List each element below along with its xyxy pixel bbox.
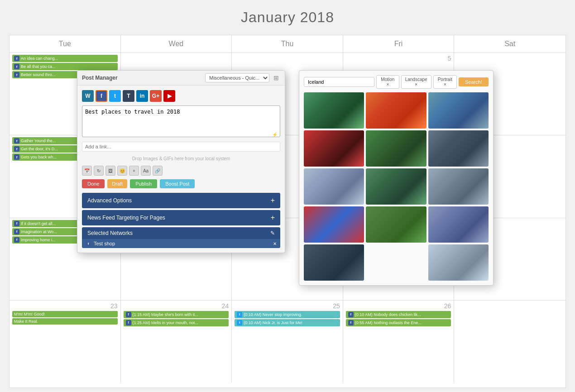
facebook-icon-button[interactable]: f (96, 90, 107, 102)
fb-icon: f (14, 229, 19, 234)
fb-icon: f (348, 312, 354, 317)
image-grid (304, 92, 489, 281)
toolbar-row: 📅 ↻ 🖼 😊 + Aa 🔗 (82, 166, 280, 176)
list-item[interactable]: f(0:10 AM) Nobody does chicken lik... (346, 311, 451, 318)
fb-icon: f (348, 320, 354, 325)
image-thumbnail[interactable] (428, 92, 489, 129)
tw-icon: t (237, 320, 242, 325)
modal-title: Post Manager (82, 75, 118, 81)
image-thumbnail[interactable] (428, 244, 489, 281)
image-thumbnail[interactable] (366, 168, 426, 205)
list-item[interactable]: t(0:10 AM) Nick Jr. is Just for Me! (235, 319, 340, 326)
modal-body: W f t T in G+ ▶ Best places to travel in… (77, 86, 285, 253)
googleplus-icon-button[interactable]: G+ (150, 90, 162, 102)
post-text-input[interactable]: Best places to travel in 2018 (82, 105, 280, 137)
fb-icon: f (14, 72, 19, 77)
edit-icon: ✎ (270, 230, 275, 236)
accordion-plus-icon: + (271, 196, 275, 205)
image-search-bar: Motion × Landscape × Portrait × Search! (304, 75, 489, 89)
list-item[interactable]: f(0:55 AM) Nothing outlasts the Ene... (346, 319, 451, 326)
tool-refresh[interactable]: ↻ (94, 166, 104, 176)
cell-fri-4: 26 f(0:10 AM) Nobody does chicken lik...… (343, 301, 455, 382)
image-thumbnail[interactable] (366, 92, 426, 129)
image-thumbnail[interactable] (366, 130, 426, 167)
network-item[interactable]: f Test shop ✕ (82, 239, 280, 248)
fb-icon: f (14, 146, 19, 152)
image-thumbnail[interactable] (428, 168, 489, 205)
motion-filter-button[interactable]: Motion × (376, 75, 399, 89)
network-fb-icon: f (86, 241, 91, 246)
remove-network-icon[interactable]: ✕ (273, 241, 277, 246)
day-header-thu: Thu (232, 35, 343, 53)
list-item[interactable]: fAn idea can chang... (12, 55, 118, 62)
modal-header: Post Manager Miscellaneous - Quic... ⊞ (77, 71, 285, 86)
tumblr-icon-button[interactable]: T (123, 90, 134, 102)
day-number: 26 (346, 302, 451, 310)
link-input[interactable] (82, 142, 280, 152)
search-button[interactable]: Search! (459, 77, 489, 86)
image-thumbnail[interactable] (304, 168, 364, 205)
list-item[interactable]: f(1:25 AM) Melts in your mouth, not... (124, 319, 229, 326)
image-search-input[interactable] (304, 77, 374, 87)
image-search-panel: Motion × Landscape × Portrait × Search! (299, 70, 494, 286)
done-button[interactable]: Done (82, 179, 105, 188)
day-header-wed: Wed (121, 35, 232, 53)
image-thumbnail[interactable] (304, 92, 364, 129)
list-item[interactable]: M'm! M'm! Good! (12, 311, 118, 317)
tool-emoji[interactable]: 😊 (117, 166, 127, 176)
tool-spellcheck[interactable]: Aa (141, 166, 151, 176)
image-thumbnail[interactable] (366, 206, 426, 243)
calendar-title: January 2018 (9, 9, 566, 26)
publish-button[interactable]: Publish (130, 179, 157, 188)
day-number: 23 (12, 302, 118, 310)
modal-close-button[interactable]: ⊞ (272, 74, 280, 81)
network-name: Test shop (94, 241, 115, 246)
fb-icon: f (14, 221, 19, 226)
linkedin-icon-button[interactable]: in (136, 90, 148, 102)
list-item[interactable]: fBe all that you ca... (12, 63, 118, 70)
day-number: 24 (124, 302, 229, 310)
day-number: 5 (346, 55, 451, 62)
wordpress-icon-button[interactable]: W (82, 90, 94, 102)
fb-icon: f (14, 64, 19, 69)
list-item[interactable]: Make It Real. (12, 318, 118, 325)
list-item[interactable]: t(0:10 AM) Never stop improving. (235, 311, 340, 318)
image-thumbnail[interactable] (304, 130, 364, 167)
twitter-icon-button[interactable]: t (109, 90, 121, 102)
image-thumbnail[interactable] (304, 206, 364, 243)
cell-tue-4: 23 M'm! M'm! Good! Make It Real. (10, 301, 121, 382)
cell-wed-4: 24 f(1:15 AM) Maybe she's born with it..… (121, 301, 232, 382)
fb-icon: f (126, 320, 131, 325)
text-area-container: Best places to travel in 2018 ⚡ (82, 105, 280, 139)
tool-link[interactable]: 🔗 (153, 166, 163, 176)
image-thumbnail[interactable] (428, 130, 489, 167)
tool-calendar[interactable]: 📅 (82, 166, 92, 176)
calendar-row-4: 23 M'm! M'm! Good! Make It Real. 24 f(1:… (10, 301, 565, 382)
day-header-tue: Tue (10, 35, 121, 53)
boost-post-button[interactable]: Boost Post (160, 179, 195, 188)
category-dropdown[interactable]: Miscellaneous - Quic... (205, 73, 269, 82)
tw-icon: t (237, 312, 242, 317)
advanced-options-label: Advanced Options (87, 197, 132, 204)
day-header-fri: Fri (343, 35, 455, 53)
list-item[interactable]: f(1:15 AM) Maybe she's born with it... (124, 311, 229, 318)
action-buttons: Done Draft Publish Boost Post (82, 179, 280, 188)
image-thumbnail[interactable] (304, 244, 364, 281)
day-headers: Tue Wed Thu Fri Sat (10, 35, 565, 53)
fb-icon: f (14, 56, 19, 61)
youtube-icon-button[interactable]: ▶ (163, 90, 175, 102)
advanced-options-section[interactable]: Advanced Options + (82, 193, 280, 208)
selected-networks-container: Selected Networks ✎ f Test shop ✕ (82, 227, 280, 248)
portrait-filter-button[interactable]: Portrait × (433, 75, 457, 89)
image-thumbnail[interactable] (428, 206, 489, 243)
landscape-filter-button[interactable]: Landscape × (401, 75, 431, 89)
tool-add[interactable]: + (129, 166, 139, 176)
tool-image[interactable]: 🖼 (105, 166, 115, 176)
fb-icon: f (14, 237, 19, 243)
news-feed-section[interactable]: News Feed Targeting For Pages + (82, 210, 280, 225)
image-thumbnail[interactable] (366, 244, 426, 281)
draft-button[interactable]: Draft (107, 179, 127, 188)
calendar-wrapper: January 2018 Tue Wed Thu Fri Sat fAn ide… (0, 0, 575, 392)
post-manager-modal: Post Manager Miscellaneous - Quic... ⊞ W… (77, 70, 285, 253)
char-count: ⚡ (272, 132, 278, 137)
